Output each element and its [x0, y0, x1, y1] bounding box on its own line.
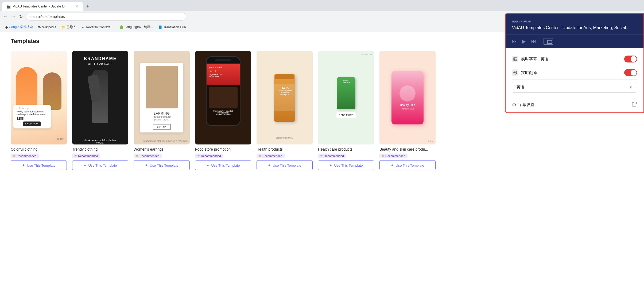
translation-icon — [512, 69, 518, 76]
popup-language-dropdown: 英语 ▼ — [512, 82, 637, 93]
template-thumb-4[interactable]: recommend ★ ★ Signature dish Of the week… — [195, 51, 251, 144]
star-icon-3: ★ — [136, 154, 138, 158]
template-label-7: Beauty and skin care produ... — [379, 147, 436, 151]
star-icon-7: ★ — [382, 154, 384, 158]
use-template-btn-2[interactable]: ✦ Use This Template — [72, 160, 128, 170]
popup-footer: ⚙ 字幕设置 — [506, 98, 643, 112]
pip-btn[interactable] — [544, 38, 553, 45]
bookmark-translation-hub[interactable]: 📘 Translation Hub — [156, 24, 188, 30]
template-thumb-1[interactable]: colorful tops Newly launched women's' cl… — [11, 51, 67, 144]
subtitles-toggle[interactable] — [624, 56, 637, 62]
recommended-badge-7: ★ Recommended — [379, 154, 408, 158]
star-icon-2: ★ — [74, 154, 77, 158]
language-selected-text: 英语 — [517, 85, 525, 90]
bookmark-label: Wikipedia — [42, 25, 56, 29]
sparkle-icon-2: ✦ — [83, 163, 87, 167]
bookmark-label: Translation Hub — [163, 25, 186, 29]
recommended-badge-1: ★ Recommended — [11, 154, 39, 158]
sparkle-icon-4: ✦ — [206, 163, 210, 167]
template-label-4: Food store promotion — [195, 147, 251, 151]
template-card-womens-earrings: EARRING metallic texture popular styles … — [134, 51, 190, 170]
use-template-btn-3[interactable]: ✦ Use This Template — [134, 160, 190, 170]
use-template-btn-5[interactable]: ✦ Use This Template — [257, 160, 313, 170]
star-icon-4: ★ — [197, 154, 200, 158]
gear-icon: ⚙ — [512, 102, 516, 108]
recommended-badge-2: ★ Recommended — [72, 154, 100, 158]
languagex-icon: 🟢 — [119, 25, 123, 29]
sparkle-icon-5: ✦ — [268, 163, 271, 167]
template-label-6: Health care products — [318, 147, 374, 151]
bookmark-languagex[interactable]: 🟢 LanguageX - 翻译... — [117, 24, 155, 30]
bookmark-wikipedia[interactable]: W Wikipedia — [36, 24, 58, 30]
template-card-colorful-clothing: colorful tops Newly launched women's' cl… — [11, 51, 67, 170]
bookmark-reverso[interactable]: ↔ Reverso Context |... — [79, 24, 116, 30]
template-card-trendy-clothing: BRANDNAME UP TO 20%OFF drink coffee or t… — [72, 51, 128, 170]
subtitle-label-text: 实时字幕 - 英语 — [521, 57, 549, 62]
subtitle-icon — [512, 56, 518, 62]
new-tab-btn[interactable]: + — [84, 3, 91, 10]
tab-favicon: 🎬 — [6, 5, 11, 9]
sparkle-icon-6: ✦ — [329, 163, 332, 167]
template-thumb-2[interactable]: BRANDNAME UP TO 20%OFF drink coffee or t… — [72, 51, 128, 144]
template-card-health-care: Health Care Plus REDE MORE translucent H… — [318, 51, 374, 170]
use-template-btn-6[interactable]: ✦ Use This Template — [318, 160, 374, 170]
recommended-badge-6: ★ Recommended — [318, 154, 346, 158]
bookmark-label: Reverso Context |... — [86, 25, 114, 29]
use-template-btn-1[interactable]: ✦ Use This Template — [11, 160, 67, 170]
translation-label-text: 实时翻译 — [521, 70, 537, 75]
svg-rect-2 — [514, 59, 515, 60]
bookmark-google-scholar[interactable]: ◆ Google 学术搜索 — [3, 24, 35, 30]
folder-icon: 📁 — [61, 25, 65, 29]
sparkle-icon-1: ✦ — [22, 163, 25, 167]
template-label-1: Colorful clothing — [11, 147, 67, 151]
external-link-btn[interactable] — [632, 101, 637, 108]
bookmark-label: Google 学术搜索 — [9, 25, 33, 29]
popup-section: 实时字幕 - 英语 实时翻译 英语 — [506, 48, 643, 98]
caption-settings-btn[interactable]: ⚙ 字幕设置 — [512, 102, 534, 108]
popup-page-title: VidAU Templates Center - Update for Ads,… — [512, 25, 637, 30]
svg-rect-1 — [514, 58, 515, 59]
use-template-btn-7[interactable]: ✦ Use This Template — [379, 160, 436, 170]
url-box[interactable]: dau.ai/site/templates — [26, 13, 186, 21]
external-link-icon — [632, 101, 637, 107]
template-label-2: Trendy clothing — [72, 147, 128, 151]
sparkle-icon-3: ✦ — [145, 163, 148, 167]
extension-popup: app.vidau.ai VidAU Templates Center - Up… — [505, 13, 644, 113]
fast-forward-btn[interactable]: ⏭ — [531, 39, 536, 44]
template-thumb-7[interactable]: Beauty Skin Premium Care Italian — [379, 51, 436, 144]
back-btn[interactable]: ← — [3, 14, 8, 19]
svg-rect-3 — [516, 59, 517, 60]
tab-bar: 🎬 VidAU Templates Center - Update for Ad… — [0, 0, 644, 11]
reload-btn[interactable]: ↻ — [19, 14, 23, 19]
popup-header: app.vidau.ai VidAU Templates Center - Up… — [506, 14, 643, 34]
template-card-beauty: Beauty Skin Premium Care Italian Beauty … — [379, 51, 436, 170]
bookmark-label: LanguageX - 翻译... — [125, 25, 153, 29]
popup-url: app.vidau.ai — [512, 19, 637, 23]
url-text: dau.ai/site/templates — [30, 14, 65, 19]
play-btn[interactable]: ▶ — [522, 38, 526, 44]
reverso-icon: ↔ — [82, 25, 85, 29]
tab-close-icon[interactable]: ✕ — [75, 4, 79, 9]
sparkle-icon-7: ✦ — [391, 163, 394, 167]
star-icon-1: ★ — [13, 154, 15, 158]
recommended-badge-3: ★ Recommended — [134, 154, 162, 158]
language-select-btn[interactable]: 英语 ▼ — [512, 82, 637, 93]
forward-btn[interactable]: → — [11, 14, 16, 19]
template-thumb-3[interactable]: EARRING metallic texture popular styles … — [134, 51, 190, 144]
translation-toggle[interactable] — [624, 69, 637, 76]
translation-hub-icon: 📘 — [158, 25, 162, 29]
google-scholar-icon: ◆ — [5, 25, 8, 29]
active-tab[interactable]: 🎬 VidAU Templates Center - Update for Ad… — [2, 2, 83, 11]
use-template-btn-4[interactable]: ✦ Use This Template — [195, 160, 251, 170]
tab-title: VidAU Templates Center - Update for Ads,… — [13, 5, 72, 8]
rewind-btn[interactable]: ⏮ — [512, 39, 517, 44]
template-card-health-products: PECTA · Complete protein · Vitamin D3 · … — [257, 51, 313, 170]
star-icon-6: ★ — [320, 154, 323, 158]
bookmark-imported[interactable]: 📁 已导入 — [59, 24, 78, 30]
translation-label-row: 实时翻译 — [512, 69, 537, 76]
template-thumb-6[interactable]: Health Care Plus REDE MORE translucent — [318, 51, 374, 144]
dropdown-chevron-icon: ▼ — [629, 85, 633, 89]
popup-row-translation: 实时翻译 — [512, 66, 637, 80]
template-thumb-5[interactable]: PECTA · Complete protein · Vitamin D3 · … — [257, 51, 313, 144]
svg-rect-0 — [513, 58, 517, 60]
